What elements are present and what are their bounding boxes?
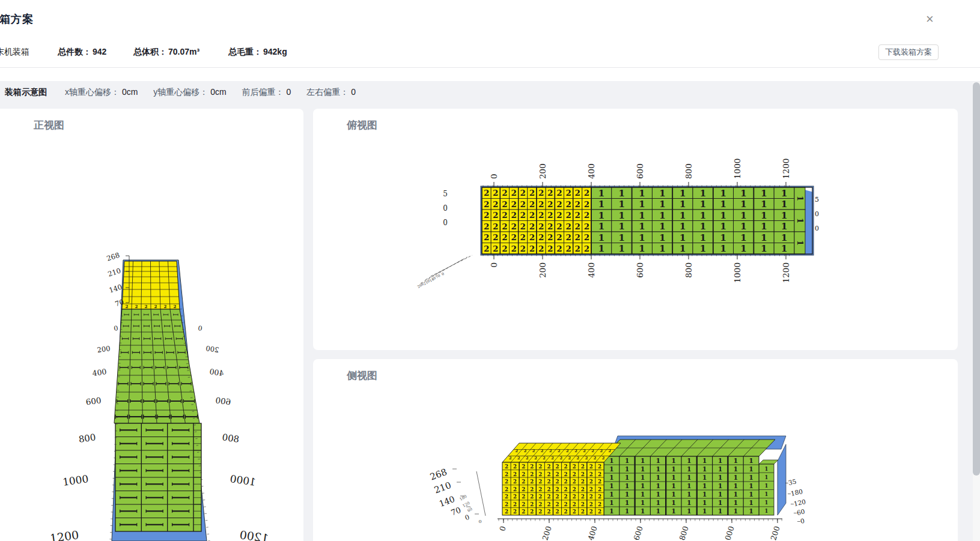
svg-text:1: 1 [702,474,707,482]
svg-text:2: 2 [505,509,508,515]
svg-text:1: 1 [609,491,614,498]
svg-text:140: 140 [108,283,123,295]
svg-text:1: 1 [700,232,707,243]
svg-text:1: 1 [761,220,767,232]
svg-text:2: 2 [589,479,593,485]
svg-text:2: 2 [591,449,594,453]
stat-total-pieces: 总件数：942 [58,47,106,58]
svg-text:2: 2 [581,479,585,485]
svg-text:1000: 1000 [722,525,736,541]
scrollbar[interactable] [973,82,980,541]
svg-text:1: 1 [740,243,747,254]
svg-text:2: 2 [505,501,508,507]
svg-text:1: 1 [765,500,768,506]
svg-text:2: 2 [556,222,562,231]
svg-text:2: 2 [602,456,605,461]
svg-text:1: 1 [720,243,726,254]
svg-text:1: 1 [740,220,747,232]
svg-text:1: 1 [659,198,666,210]
svg-text:1: 1 [671,499,676,507]
svg-text:1: 1 [671,507,676,515]
svg-text:1: 1 [659,220,666,232]
svg-text:2: 2 [581,509,585,515]
offset-x-value: 0cm [122,87,138,97]
svg-text:1: 1 [720,187,726,199]
svg-text:2: 2 [505,479,508,485]
svg-text:2: 2 [513,509,517,515]
svg-text:2: 2 [538,494,542,500]
svg-text:2: 2 [598,509,601,515]
svg-text:2: 2 [598,464,601,470]
svg-text:2: 2 [511,222,516,231]
svg-text:2: 2 [556,509,559,515]
stat-total-volume: 总体积：70.07m³ [133,47,199,58]
svg-text:1: 1 [740,187,747,199]
svg-text:1: 1 [680,198,686,210]
svg-text:1: 1 [718,465,723,473]
svg-text:1: 1 [659,232,666,243]
svg-text:2: 2 [541,449,544,453]
svg-text:2: 2 [565,222,571,231]
download-plan-button[interactable]: 下载装箱方案 [878,44,939,60]
svg-text:1: 1 [598,232,605,243]
svg-text:2: 2 [543,456,546,461]
svg-text:2: 2 [505,471,508,477]
svg-text:2: 2 [581,501,585,507]
offset-x-label: x轴重心偏移： [65,87,120,97]
svg-text:800: 800 [677,525,690,541]
svg-text:120: 120 [793,498,806,507]
svg-text:1: 1 [718,457,723,465]
svg-text:2: 2 [566,449,569,453]
svg-text:1: 1 [625,474,630,482]
svg-text:1: 1 [761,232,767,243]
svg-text:2: 2 [493,210,498,220]
svg-text:1: 1 [618,198,625,210]
svg-text:2: 2 [538,199,544,209]
svg-text:1: 1 [659,243,666,254]
svg-text:1: 1 [671,465,676,473]
svg-text:2: 2 [575,210,580,220]
svg-text:1: 1 [700,187,707,199]
svg-text:2: 2 [575,188,580,198]
svg-text:1: 1 [625,507,630,515]
svg-text:1: 1 [796,240,805,246]
svg-text:2: 2 [126,304,129,309]
svg-text:2: 2 [493,199,498,209]
svg-text:2: 2 [589,486,593,492]
svg-text:2: 2 [556,232,562,242]
svg-text:200: 200 [538,262,547,278]
svg-text:800: 800 [684,163,693,179]
scrollbar-thumb[interactable] [973,82,980,476]
header-divider [0,67,980,68]
svg-text:1: 1 [720,198,726,210]
svg-text:2: 2 [600,449,603,453]
svg-text:2: 2 [581,486,585,492]
svg-text:1: 1 [740,198,747,210]
svg-text:1: 1 [609,499,614,507]
svg-text:1: 1 [609,465,614,473]
svg-text:1: 1 [687,474,692,482]
svg-text:2: 2 [135,304,138,309]
left-right-weight-item: 左右偏重：0 [306,87,356,97]
svg-text:2: 2 [584,199,589,209]
svg-text:2: 2 [589,464,593,470]
svg-text:140: 140 [437,494,456,509]
svg-text:0: 0 [464,513,470,522]
svg-text:1: 1 [700,210,707,221]
svg-text:2: 2 [556,471,559,477]
stat-total-weight-value: 942kg [263,47,287,56]
svg-text:2: 2 [585,456,588,461]
svg-text:2: 2 [549,449,552,453]
svg-text:5: 5 [443,190,448,198]
svg-text:2: 2 [564,494,568,500]
svg-text:1: 1 [656,491,660,498]
svg-text:2: 2 [547,509,550,515]
svg-text:1: 1 [656,499,660,507]
svg-text:1: 1 [639,243,645,254]
svg-text:2: 2 [513,494,517,500]
svg-text:2: 2 [522,486,525,492]
close-icon[interactable]: × [926,13,934,26]
svg-text:2: 2 [529,222,535,231]
svg-text:2: 2 [520,210,526,220]
summary-row: 末机装箱 总件数：942 总体积：70.07m³ 总毛重：942kg [0,46,980,61]
